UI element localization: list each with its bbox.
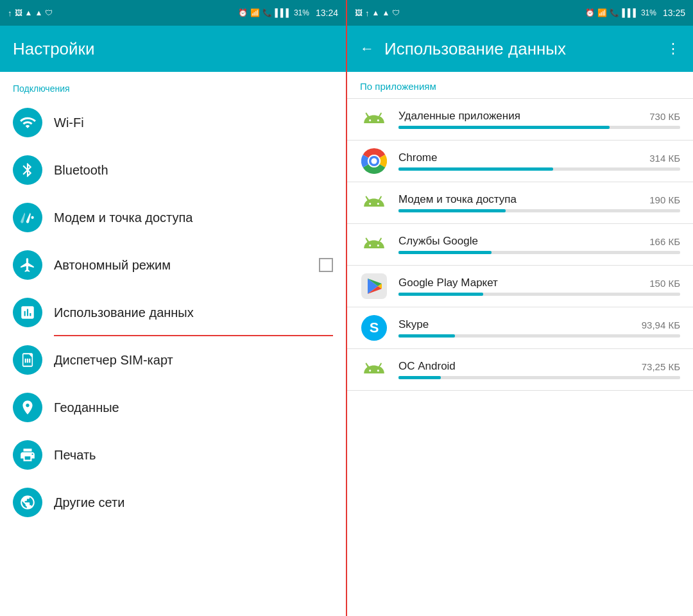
drive-icon-r: ▲ bbox=[372, 8, 380, 17]
android-icon-svg-hotspot bbox=[362, 191, 386, 215]
svg-rect-1 bbox=[25, 359, 26, 363]
status-icons-right-right: ⏰ 📶 📞 ▌▌▌ 31% 13:25 bbox=[585, 8, 685, 18]
hotspot-label: Модем и точка доступа bbox=[54, 210, 333, 225]
more-options-button[interactable]: ⋮ bbox=[666, 40, 680, 57]
hotspot-app-info: Модем и точка доступа 190 КБ bbox=[398, 193, 680, 212]
android-icon-svg-os bbox=[362, 357, 386, 382]
datausage-icon-circle bbox=[13, 298, 42, 327]
app-item-removed[interactable]: Удаленные приложения 730 КБ bbox=[347, 99, 693, 141]
app-item-skype[interactable]: S Skype 93,94 КБ bbox=[347, 307, 693, 349]
android-app-name: ОС Android bbox=[398, 360, 456, 373]
setting-item-geodata[interactable]: Геоданные bbox=[0, 384, 346, 431]
chrome-app-bar bbox=[398, 167, 680, 171]
googleservices-app-icon bbox=[360, 230, 388, 259]
chrome-app-name: Chrome bbox=[398, 151, 437, 164]
chrome-app-name-row: Chrome 314 КБ bbox=[398, 151, 680, 164]
setting-item-wifi[interactable]: Wi-Fi bbox=[0, 99, 346, 146]
airplane-checkbox[interactable] bbox=[319, 258, 333, 272]
settings-list: Подключения Wi-Fi Bluetooth bbox=[0, 72, 346, 616]
wifi-status-icon: 📶 bbox=[250, 8, 260, 17]
googleservices-app-bar-fill bbox=[398, 251, 492, 254]
app-item-android[interactable]: ОС Android 73,25 КБ bbox=[347, 349, 693, 391]
hotspot-app-bar bbox=[398, 209, 680, 212]
upload-icon-r: ↑ bbox=[365, 8, 370, 18]
alarm-icon-r: ⏰ bbox=[585, 8, 595, 17]
setting-item-datausage[interactable]: Использование данных bbox=[0, 289, 346, 336]
status-icons-right-left: ⏰ 📶 📞 ▌▌▌ 31% 13:24 bbox=[238, 8, 338, 18]
playmarket-app-info: Google Play Маркет 150 КБ bbox=[398, 277, 680, 296]
status-bar-right: 🖼 ↑ ▲ ▲ 🛡 ⏰ 📶 📞 ▌▌▌ 31% 13:25 bbox=[347, 0, 693, 26]
chrome-icon-svg bbox=[361, 148, 387, 174]
wifi-label: Wi-Fi bbox=[54, 116, 333, 130]
setting-item-airplane[interactable]: Автономный режим bbox=[0, 241, 346, 289]
skype-app-bar-fill bbox=[398, 334, 455, 338]
setting-item-othernets[interactable]: Другие сети bbox=[0, 479, 346, 526]
datausage-icon-svg bbox=[19, 304, 36, 321]
status-icons-right-left: 🖼 ↑ ▲ ▲ 🛡 bbox=[355, 8, 400, 18]
removed-app-size: 730 КБ bbox=[649, 111, 680, 122]
app-item-chrome[interactable]: Chrome 314 КБ bbox=[347, 141, 693, 182]
wifi-icon-circle bbox=[13, 108, 42, 137]
bluetooth-icon-svg bbox=[19, 162, 36, 178]
removed-app-name: Удаленные приложения bbox=[398, 110, 520, 123]
airplane-icon-svg bbox=[19, 257, 36, 273]
connections-section-label: Подключения bbox=[0, 72, 346, 99]
skype-app-info: Skype 93,94 КБ bbox=[398, 318, 680, 338]
hotspot-app-bar-fill bbox=[398, 209, 506, 212]
playmarket-app-name: Google Play Маркет bbox=[398, 277, 498, 289]
android-icon-svg-removed bbox=[362, 107, 386, 132]
back-button[interactable]: ← bbox=[360, 40, 374, 57]
removed-app-icon bbox=[360, 105, 388, 133]
time-right: 13:25 bbox=[663, 8, 685, 18]
playmarket-app-icon bbox=[360, 272, 388, 300]
bluetooth-label: Bluetooth bbox=[54, 163, 333, 178]
print-label: Печать bbox=[54, 448, 333, 463]
photo-icon: 🖼 bbox=[15, 8, 22, 17]
shield-icon: 🛡 bbox=[45, 8, 53, 17]
android-app-name-row: ОС Android 73,25 КБ bbox=[398, 360, 680, 373]
setting-item-sim[interactable]: Диспетчер SIM-карт bbox=[0, 336, 346, 384]
hotspot-app-name-row: Модем и точка доступа 190 КБ bbox=[398, 193, 680, 206]
android-icon-svg-gservices bbox=[362, 232, 386, 257]
removed-app-bar bbox=[398, 126, 680, 129]
shield-icon-r: 🛡 bbox=[392, 8, 400, 17]
googleservices-app-name-row: Службы Google 166 КБ bbox=[398, 235, 680, 248]
phone-icon: 📞 bbox=[262, 8, 272, 17]
print-icon-circle bbox=[13, 440, 42, 470]
geodata-label: Геоданные bbox=[54, 400, 333, 415]
battery-label: 31% bbox=[294, 8, 309, 17]
app-item-hotspot[interactable]: Модем и точка доступа 190 КБ bbox=[347, 182, 693, 224]
apps-section-label: По приложениям bbox=[347, 72, 693, 99]
setting-item-print[interactable]: Печать bbox=[0, 431, 346, 479]
hotspot-app-size: 190 КБ bbox=[649, 194, 680, 205]
sim-icon-svg bbox=[19, 352, 36, 368]
hotspot-icon-svg bbox=[19, 209, 36, 226]
removed-app-name-row: Удаленные приложения 730 КБ bbox=[398, 110, 680, 123]
airplane-label: Автономный режим bbox=[54, 258, 319, 273]
app-item-playmarket[interactable]: Google Play Маркет 150 КБ bbox=[347, 266, 693, 307]
android-app-info: ОС Android 73,25 КБ bbox=[398, 360, 680, 379]
googleservices-app-name: Службы Google bbox=[398, 235, 478, 248]
svg-rect-2 bbox=[27, 359, 28, 363]
setting-item-hotspot[interactable]: Модем и точка доступа bbox=[0, 194, 346, 241]
skype-app-name-row: Skype 93,94 КБ bbox=[398, 318, 680, 331]
hotspot-icon-circle bbox=[13, 203, 42, 232]
sim-label: Диспетчер SIM-карт bbox=[54, 353, 333, 368]
android-app-bar bbox=[398, 376, 680, 379]
android-app-size: 73,25 КБ bbox=[642, 361, 680, 372]
right-header: ← Использование данных ⋮ bbox=[347, 26, 693, 72]
hotspot-app-icon bbox=[360, 189, 388, 217]
app-item-googleservices[interactable]: Службы Google 166 КБ bbox=[347, 224, 693, 266]
playmarket-app-bar bbox=[398, 293, 680, 296]
playmarket-app-bar-fill bbox=[398, 293, 483, 296]
android-app-bar-fill bbox=[398, 376, 441, 379]
phone-icon-r: 📞 bbox=[610, 8, 619, 17]
skype-icon-circle: S bbox=[361, 315, 387, 341]
othernets-icon-circle bbox=[13, 488, 42, 517]
drive-icon2: ▲ bbox=[35, 8, 42, 17]
status-bar-left: ↑ 🖼 ▲ ▲ 🛡 ⏰ 📶 📞 ▌▌▌ 31% 13:24 bbox=[0, 0, 346, 26]
battery-label-r: 31% bbox=[641, 8, 656, 17]
setting-item-bluetooth[interactable]: Bluetooth bbox=[0, 146, 346, 194]
airplane-icon-circle bbox=[13, 250, 42, 280]
playmarket-app-size: 150 КБ bbox=[649, 278, 680, 289]
